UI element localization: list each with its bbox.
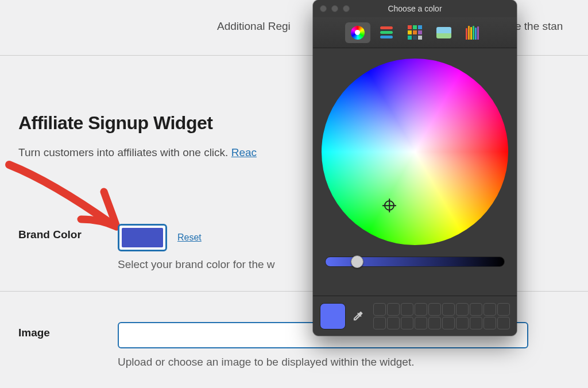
section-heading: Affiliate Signup Widget xyxy=(18,112,212,134)
swatch-cell[interactable] xyxy=(442,317,455,329)
window-controls xyxy=(313,5,350,12)
current-color-swatch[interactable] xyxy=(320,303,346,329)
swatch-cell[interactable] xyxy=(483,303,496,316)
image-help: Upload or choose an image to be displaye… xyxy=(118,356,415,368)
color-sliders-tab[interactable] xyxy=(374,22,399,43)
color-picker-footer xyxy=(313,296,517,336)
pencils-tab[interactable] xyxy=(460,22,485,43)
swatch-cell[interactable] xyxy=(428,303,441,316)
sliders-icon xyxy=(380,26,393,38)
window-zoom-button[interactable] xyxy=(343,5,350,12)
brightness-slider[interactable] xyxy=(325,257,505,267)
color-picker-titlebar[interactable]: Choose a color xyxy=(313,0,517,17)
brand-color-swatch-button[interactable] xyxy=(118,224,167,251)
image-label: Image xyxy=(18,322,118,339)
read-more-link[interactable]: Reac xyxy=(231,146,257,158)
swatch-cell[interactable] xyxy=(442,303,455,316)
swatch-cell[interactable] xyxy=(497,317,510,329)
swatch-cell[interactable] xyxy=(401,303,413,316)
section-description-text: Turn customers into affiliates with one … xyxy=(18,146,231,158)
brightness-slider-knob[interactable] xyxy=(351,255,363,268)
eyedropper-icon xyxy=(351,310,364,323)
saved-swatches-grid xyxy=(373,303,510,329)
swatch-cell[interactable] xyxy=(456,303,469,316)
eyedropper-button[interactable] xyxy=(351,310,364,323)
section-description: Turn customers into affiliates with one … xyxy=(18,146,257,159)
brand-color-swatch xyxy=(122,228,163,247)
swatch-cell[interactable] xyxy=(497,303,510,316)
swatch-cell[interactable] xyxy=(415,317,427,329)
swatch-cell[interactable] xyxy=(470,317,482,329)
reset-link[interactable]: Reset xyxy=(177,232,202,243)
window-minimize-button[interactable] xyxy=(331,5,338,12)
swatch-cell[interactable] xyxy=(456,317,469,329)
swatch-cell[interactable] xyxy=(373,303,386,316)
brand-color-field: Brand Color Reset Select your brand colo… xyxy=(18,224,275,271)
swatch-cell[interactable] xyxy=(387,317,400,329)
color-palette-tab[interactable] xyxy=(403,22,428,43)
swatch-cell[interactable] xyxy=(373,317,386,329)
color-wheel-icon xyxy=(351,26,365,40)
image-icon xyxy=(436,27,451,38)
swatch-cell[interactable] xyxy=(483,317,496,329)
image-palette-tab[interactable] xyxy=(431,22,457,43)
color-wheel[interactable] xyxy=(322,59,508,245)
text-fragment-right: de the stan xyxy=(509,20,563,32)
swatch-cell[interactable] xyxy=(428,317,441,329)
swatch-cell[interactable] xyxy=(387,303,400,316)
color-wheel-cursor[interactable] xyxy=(384,200,394,211)
window-close-button[interactable] xyxy=(320,5,327,12)
swatch-cell[interactable] xyxy=(401,317,413,329)
brand-color-help: Select your brand color for the w xyxy=(118,258,275,271)
pencils-icon xyxy=(466,26,479,40)
color-picker-tabs xyxy=(313,17,517,48)
palette-icon xyxy=(408,25,422,40)
swatch-cell[interactable] xyxy=(470,303,482,316)
brand-color-label: Brand Color xyxy=(18,224,118,241)
text-fragment-left: Additional Regi xyxy=(217,20,291,32)
color-wheel-tab[interactable] xyxy=(345,22,370,43)
swatch-cell[interactable] xyxy=(415,303,427,316)
color-picker-window: Choose a color xyxy=(313,0,517,336)
